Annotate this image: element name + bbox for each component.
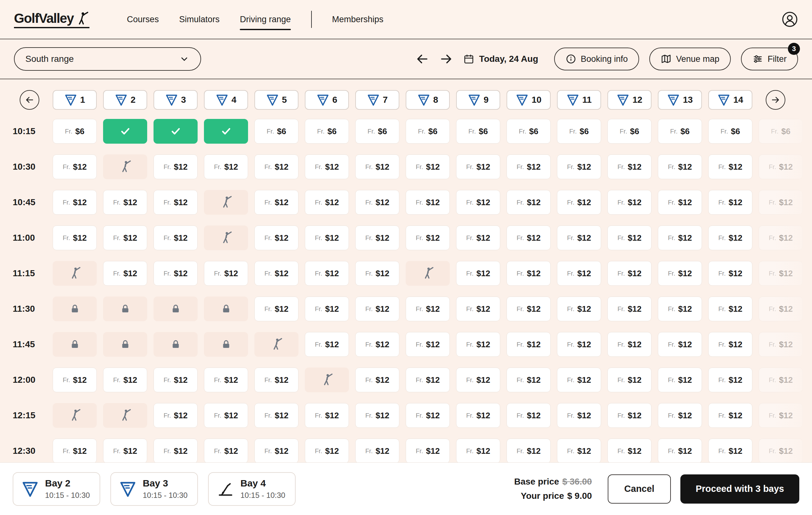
slot-available[interactable]: Fr.$12 [759,297,803,321]
slot-available[interactable]: Fr.$6 [406,119,450,144]
slot-available[interactable]: Fr.$12 [204,261,248,286]
slot-available[interactable]: Fr.$12 [557,297,601,321]
slot-available[interactable]: Fr.$12 [305,403,349,428]
slot-available[interactable]: Fr.$12 [607,332,651,357]
bay-header-7[interactable]: 7 [355,90,399,110]
slot-available[interactable]: Fr.$12 [607,190,651,215]
slot-available[interactable]: Fr.$6 [456,119,500,144]
bay-header-9[interactable]: 9 [456,90,500,110]
slot-available[interactable]: Fr.$12 [759,154,803,179]
slot-available[interactable]: Fr.$12 [406,190,450,215]
slot-available[interactable]: Fr.$12 [305,190,349,215]
slot-selected[interactable] [153,119,198,144]
slot-available[interactable]: Fr.$12 [153,438,198,462]
nav-item-courses[interactable]: Courses [127,14,159,24]
slot-available[interactable]: Fr.$12 [355,367,399,392]
slot-available[interactable]: Fr.$12 [658,332,702,357]
slot-available[interactable]: Fr.$12 [103,438,147,462]
slot-available[interactable]: Fr.$12 [254,403,298,428]
slot-available[interactable]: Fr.$12 [557,332,601,357]
slot-available[interactable]: Fr.$12 [708,367,752,392]
scroll-bays-left-button[interactable] [20,90,39,110]
slot-available[interactable]: Fr.$12 [759,190,803,215]
slot-available[interactable]: Fr.$12 [406,154,450,179]
slot-available[interactable]: Fr.$12 [456,332,500,357]
slot-available[interactable]: Fr.$12 [355,403,399,428]
slot-available[interactable]: Fr.$12 [355,225,399,250]
slot-available[interactable]: Fr.$12 [658,438,702,462]
slot-available[interactable]: Fr.$6 [607,119,651,144]
slot-available[interactable]: Fr.$12 [204,403,248,428]
bay-header-4[interactable]: 4 [204,90,248,110]
slot-available[interactable]: Fr.$6 [506,119,551,144]
slot-available[interactable]: Fr.$12 [506,261,551,286]
slot-available[interactable]: Fr.$12 [607,154,651,179]
slot-available[interactable]: Fr.$12 [456,367,500,392]
range-select[interactable]: South range [14,47,201,71]
slot-available[interactable]: Fr.$12 [506,154,551,179]
slot-available[interactable]: Fr.$12 [607,438,651,462]
scroll-bays-right-button[interactable] [766,90,785,110]
slot-available[interactable]: Fr.$12 [254,190,298,215]
slot-available[interactable]: Fr.$12 [53,190,97,215]
slot-available[interactable]: Fr.$12 [355,332,399,357]
slot-available[interactable]: Fr.$12 [355,190,399,215]
slot-available[interactable]: Fr.$12 [456,438,500,462]
slot-available[interactable]: Fr.$12 [557,154,601,179]
slot-available[interactable]: Fr.$12 [153,261,198,286]
slot-available[interactable]: Fr.$12 [103,367,147,392]
slot-available[interactable]: Fr.$12 [607,403,651,428]
slot-available[interactable]: Fr.$12 [658,190,702,215]
slot-available[interactable]: Fr.$12 [456,190,500,215]
bay-header-12[interactable]: 12 [607,90,651,110]
slot-available[interactable]: Fr.$12 [204,367,248,392]
slot-available[interactable]: Fr.$12 [355,261,399,286]
bay-header-1[interactable]: 1 [53,90,97,110]
slot-available[interactable]: Fr.$12 [708,190,752,215]
slot-available[interactable]: Fr.$12 [254,438,298,462]
slot-available[interactable]: Fr.$12 [406,403,450,428]
selected-bay-chip[interactable]: Bay 410:15 - 10:30 [208,472,296,506]
slot-available[interactable]: Fr.$12 [759,367,803,392]
slot-available[interactable]: Fr.$12 [557,225,601,250]
slot-available[interactable]: Fr.$12 [53,225,97,250]
slot-available[interactable]: Fr.$12 [153,190,198,215]
slot-available[interactable]: Fr.$12 [254,225,298,250]
bay-header-11[interactable]: 11 [557,90,601,110]
slot-selected[interactable] [204,119,248,144]
filter-button[interactable]: Filter 3 [741,48,798,70]
slot-available[interactable]: Fr.$12 [708,403,752,428]
slot-available[interactable]: Fr.$12 [759,403,803,428]
nav-item-driving-range[interactable]: Driving range [240,14,291,24]
slot-available[interactable]: Fr.$6 [759,119,803,144]
slot-available[interactable]: Fr.$12 [103,190,147,215]
slot-available[interactable]: Fr.$12 [153,367,198,392]
slot-available[interactable]: Fr.$12 [557,438,601,462]
slot-available[interactable]: Fr.$6 [305,119,349,144]
bay-header-8[interactable]: 8 [406,90,450,110]
slot-available[interactable]: Fr.$12 [153,154,198,179]
slot-available[interactable]: Fr.$12 [103,261,147,286]
bay-header-6[interactable]: 6 [305,90,349,110]
slot-available[interactable]: Fr.$12 [557,367,601,392]
slot-available[interactable]: Fr.$12 [204,154,248,179]
slot-available[interactable]: Fr.$6 [708,119,752,144]
prev-arrow-button[interactable] [415,52,429,66]
slot-available[interactable]: Fr.$12 [607,261,651,286]
slot-available[interactable]: Fr.$12 [506,367,551,392]
slot-available[interactable]: Fr.$12 [658,154,702,179]
slot-available[interactable]: Fr.$12 [506,332,551,357]
slot-available[interactable]: Fr.$12 [759,438,803,462]
slot-available[interactable]: Fr.$12 [456,297,500,321]
slot-available[interactable]: Fr.$12 [103,225,147,250]
bay-header-13[interactable]: 13 [658,90,702,110]
booking-info-button[interactable]: Booking info [554,48,639,70]
logo[interactable]: GolfValley [14,11,89,28]
slot-available[interactable]: Fr.$12 [759,225,803,250]
slot-available[interactable]: Fr.$12 [557,403,601,428]
slot-available[interactable]: Fr.$12 [305,438,349,462]
slot-available[interactable]: Fr.$12 [708,154,752,179]
venue-map-button[interactable]: Venue map [649,48,731,70]
slot-available[interactable]: Fr.$12 [305,297,349,321]
slot-available[interactable]: Fr.$12 [355,297,399,321]
